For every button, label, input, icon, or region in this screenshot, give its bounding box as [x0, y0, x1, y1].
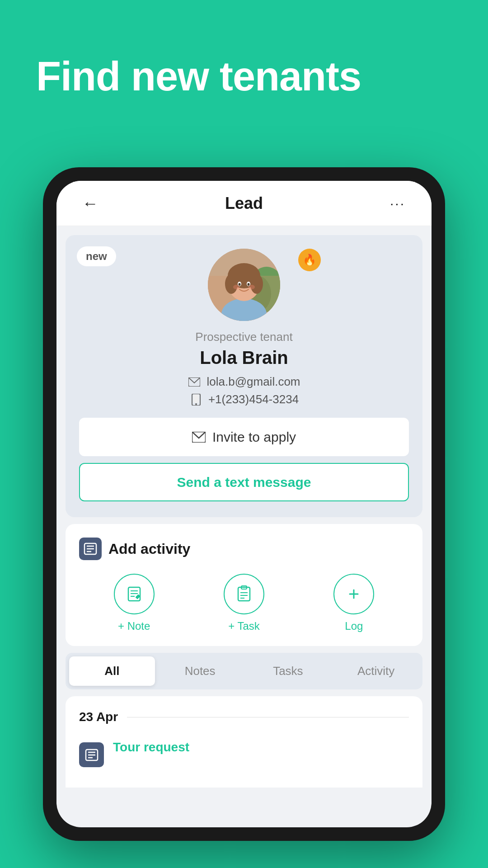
back-button[interactable]: ←	[79, 192, 102, 215]
text-msg-label: Send a text message	[177, 475, 311, 490]
timeline-date: 23 Apr	[79, 710, 118, 724]
activity-section: Add activity	[66, 524, 422, 646]
add-note-button[interactable]: + Note	[114, 574, 155, 632]
add-log-button[interactable]: Log	[333, 574, 374, 632]
contact-info: lola.b@gmail.com +1	[79, 375, 409, 406]
note-circle-icon	[114, 574, 155, 614]
app-header: ← Lead ···	[56, 181, 432, 226]
svg-point-8	[225, 274, 238, 294]
email-value: lola.b@gmail.com	[206, 375, 300, 389]
phone-row: +1(233)454-3234	[189, 392, 299, 406]
svg-point-13	[248, 283, 250, 286]
more-dots-icon: ···	[390, 196, 405, 211]
phone-value: +1(233)454-3234	[208, 392, 299, 406]
phone-icon	[189, 393, 203, 406]
date-divider	[127, 717, 409, 717]
tab-notes[interactable]: Notes	[157, 656, 243, 686]
tab-tasks[interactable]: Tasks	[245, 656, 331, 686]
tab-all[interactable]: All	[69, 656, 155, 686]
tab-activity[interactable]: Activity	[333, 656, 419, 686]
avatar-container: 🔥	[79, 249, 409, 321]
send-text-message-button[interactable]: Send a text message	[79, 463, 409, 501]
add-activity-title: Add activity	[108, 541, 190, 557]
fire-badge-icon: 🔥	[298, 249, 321, 271]
activity-header-icon	[79, 538, 102, 560]
tour-request-icon	[79, 742, 104, 767]
task-circle-icon	[224, 574, 264, 614]
svg-point-14	[233, 285, 239, 289]
svg-point-15	[249, 285, 255, 289]
log-button-label: Log	[345, 620, 363, 632]
add-task-button[interactable]: + Task	[224, 574, 264, 632]
tenant-name: Lola Brain	[79, 348, 409, 368]
log-circle-icon	[333, 574, 374, 614]
page-title: Find new tenants	[36, 54, 361, 99]
svg-point-9	[250, 274, 263, 294]
prospect-label: Prospective tenant	[79, 330, 409, 344]
back-arrow-icon: ←	[82, 194, 99, 213]
tabs-section: All Notes Tasks Activity	[66, 653, 422, 689]
timeline-section: 23 Apr Tour request	[66, 696, 422, 788]
date-row: 23 Apr	[79, 710, 409, 724]
svg-point-19	[195, 403, 197, 405]
avatar	[208, 249, 280, 321]
invite-to-apply-button[interactable]: Invite to apply	[79, 418, 409, 456]
activity-buttons: + Note	[79, 574, 409, 632]
note-button-label: + Note	[118, 620, 150, 632]
phone-frame: ← Lead ··· new	[43, 167, 445, 841]
tabs-bar: All Notes Tasks Activity	[66, 653, 422, 689]
screen-title: Lead	[225, 194, 263, 213]
svg-point-12	[239, 283, 241, 286]
task-button-label: + Task	[228, 620, 260, 632]
phone-screen: ← Lead ··· new	[56, 181, 432, 827]
svg-rect-18	[193, 395, 199, 403]
invite-button-label: Invite to apply	[212, 429, 296, 445]
page-background: Find new tenants ← Lead ··· new	[0, 0, 488, 868]
tour-request-label: Tour request	[113, 740, 189, 755]
profile-card: new	[66, 235, 422, 517]
invite-email-icon	[192, 432, 206, 443]
profile-info: Prospective tenant Lola Brain	[79, 330, 409, 406]
timeline-item: Tour request	[79, 733, 409, 774]
activity-header: Add activity	[79, 538, 409, 560]
email-icon	[188, 375, 201, 389]
email-row: lola.b@gmail.com	[188, 375, 300, 389]
avatar-image	[208, 249, 280, 321]
more-options-button[interactable]: ···	[386, 192, 409, 215]
